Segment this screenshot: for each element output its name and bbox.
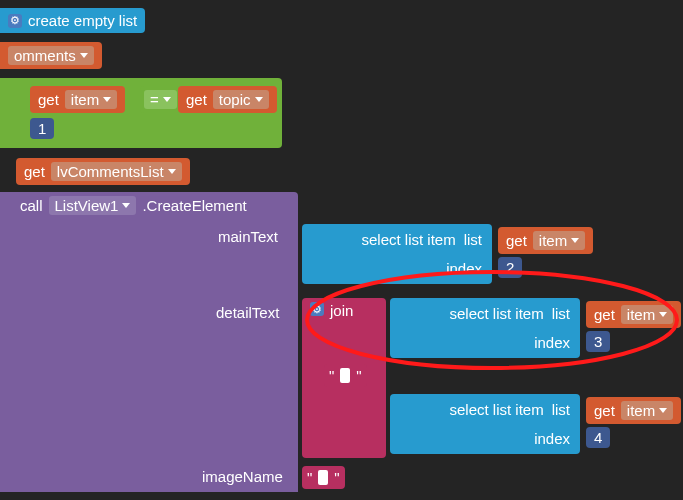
block-select-list-2[interactable]: select list item list index bbox=[390, 298, 580, 358]
chevron-down-icon bbox=[659, 408, 667, 413]
dropdown-listview1[interactable]: ListView1 bbox=[49, 196, 137, 215]
block-equals-op[interactable]: = bbox=[140, 86, 181, 113]
dropdown-item-sl3[interactable]: item bbox=[621, 401, 673, 420]
gear-icon: ⚙ bbox=[8, 14, 22, 28]
label: create empty list bbox=[28, 12, 137, 29]
block-number-3[interactable]: 3 bbox=[586, 331, 610, 352]
dropdown-item-sl1[interactable]: item bbox=[533, 231, 585, 250]
block-get-lvcommentslist[interactable]: get lvCommentsList bbox=[16, 158, 190, 185]
gear-icon: ⚙ bbox=[310, 302, 324, 316]
block-comments-var[interactable]: omments bbox=[0, 42, 102, 69]
block-text-literal-2[interactable]: " " bbox=[302, 466, 345, 489]
chevron-down-icon bbox=[659, 312, 667, 317]
call-header: call ListView1 .CreateElement bbox=[8, 196, 247, 215]
block-number-4[interactable]: 4 bbox=[586, 427, 610, 448]
label-maintext: mainText bbox=[218, 228, 278, 245]
chevron-down-icon bbox=[571, 238, 579, 243]
dropdown-item-sl2[interactable]: item bbox=[621, 305, 673, 324]
block-create-empty-list[interactable]: ⚙ create empty list bbox=[0, 8, 145, 33]
dropdown-equals[interactable]: = bbox=[144, 90, 177, 109]
block-number-2[interactable]: 2 bbox=[498, 257, 522, 278]
block-get-topic[interactable]: get topic bbox=[178, 86, 277, 113]
block-number-1[interactable]: 1 bbox=[30, 118, 54, 139]
chevron-down-icon bbox=[103, 97, 111, 102]
text-input[interactable] bbox=[340, 368, 350, 383]
block-get-item-sl1[interactable]: get item bbox=[498, 227, 593, 254]
label-imagename: imageName bbox=[202, 468, 283, 485]
chevron-down-icon bbox=[168, 169, 176, 174]
block-text-literal-1[interactable]: " " bbox=[324, 364, 367, 387]
dropdown-comments[interactable]: omments bbox=[8, 46, 94, 65]
chevron-down-icon bbox=[122, 203, 130, 208]
dropdown-topic[interactable]: topic bbox=[213, 90, 269, 109]
text-input[interactable] bbox=[318, 470, 328, 485]
block-select-list-1[interactable]: select list item list index bbox=[302, 224, 492, 284]
chevron-down-icon bbox=[80, 53, 88, 58]
chevron-down-icon bbox=[163, 97, 171, 102]
dropdown-lvcommentslist[interactable]: lvCommentsList bbox=[51, 162, 182, 181]
block-select-list-3[interactable]: select list item list index bbox=[390, 394, 580, 454]
label-detailtext: detailText bbox=[216, 304, 279, 321]
block-get-item-1[interactable]: get item bbox=[30, 86, 125, 113]
block-get-item-sl2[interactable]: get item bbox=[586, 301, 681, 328]
chevron-down-icon bbox=[255, 97, 263, 102]
dropdown-item-1[interactable]: item bbox=[65, 90, 117, 109]
block-get-item-sl3[interactable]: get item bbox=[586, 397, 681, 424]
